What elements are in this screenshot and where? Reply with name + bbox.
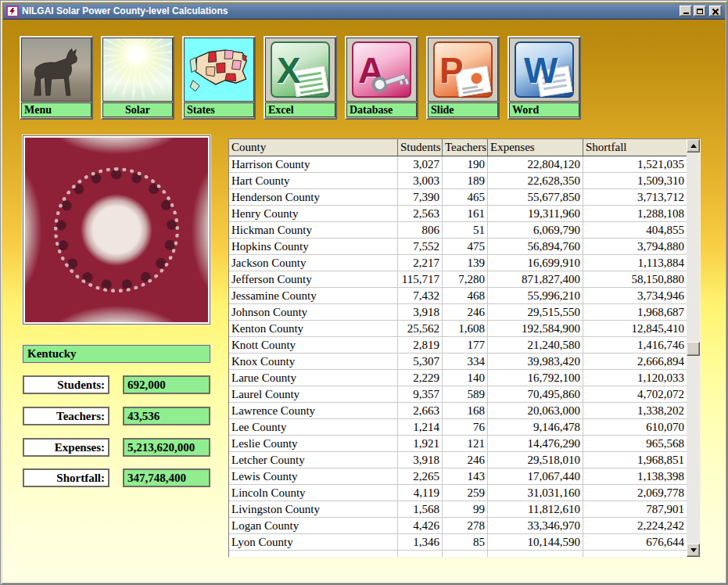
cell-teachers: 334: [443, 354, 488, 370]
scroll-down-button[interactable]: [687, 544, 700, 557]
table-row[interactable]: Knott County2,81917721,240,5801,416,746: [229, 337, 687, 354]
table-row[interactable]: Letcher County3,91824629,518,0101,968,85…: [229, 452, 687, 468]
cell-county: Hopkins County: [229, 239, 398, 255]
cell-county: Lawrence County: [229, 403, 398, 419]
table-row[interactable]: Livingston County1,5689911,812,610787,90…: [229, 501, 687, 518]
nilgai-photo-icon: [21, 38, 91, 102]
table-row[interactable]: Kenton County25,5621,608192,584,90012,84…: [229, 321, 687, 337]
cell-students: 7,432: [398, 288, 443, 304]
cell-expenses: 39,983,420: [488, 354, 583, 370]
cell-shortfall: 1,416,746: [583, 337, 687, 354]
cell-teachers: 177: [443, 337, 488, 354]
cell-teachers: 85: [443, 534, 488, 551]
table-row[interactable]: Johnson County3,91824629,515,5501,968,68…: [229, 304, 687, 321]
cell-teachers: 189: [443, 173, 488, 189]
table-row[interactable]: Hickman County806516,069,790404,855: [229, 222, 687, 239]
cell-students: 806: [398, 222, 443, 239]
maximize-icon: [697, 9, 703, 14]
table-row[interactable]: Lincoln County4,11925931,031,1602,069,77…: [229, 485, 687, 501]
table-row[interactable]: Knox County5,30733439,983,4202,666,894: [229, 354, 687, 370]
cell-county: Knott County: [229, 337, 398, 354]
table-row[interactable]: Hart County3,00318922,628,3501,509,310: [229, 173, 687, 189]
column-header-expenses[interactable]: Expenses: [488, 139, 583, 156]
excel-button[interactable]: X Excel: [264, 36, 337, 120]
cell-shortfall: 12,845,410: [583, 321, 687, 337]
states-button[interactable]: States: [182, 36, 256, 120]
table-row[interactable]: Larue County2,22914016,792,1001,120,033: [229, 370, 687, 386]
table-row[interactable]: Jefferson County115,7177,280871,827,4005…: [229, 271, 687, 288]
excel-logo-icon: X: [265, 38, 335, 102]
table-row[interactable]: Lyon County1,3468510,144,590676,644: [229, 534, 687, 551]
cell-shortfall: 965,568: [583, 436, 687, 452]
cell-county: Laurel County: [229, 386, 398, 403]
cell-shortfall: [583, 551, 687, 557]
cell-shortfall: 3,713,712: [583, 189, 687, 206]
scroll-up-button[interactable]: [687, 139, 700, 153]
table-row[interactable]: Jackson County2,21713916,699,9101,113,88…: [229, 255, 687, 271]
column-header-county[interactable]: County: [229, 139, 398, 156]
students-value-field[interactable]: 692,000: [123, 375, 210, 394]
arrow-up-icon: [690, 144, 697, 148]
database-button[interactable]: A Database: [345, 36, 418, 120]
cell-county: Livingston County: [229, 501, 398, 518]
table-row[interactable]: Logan County4,42627833,346,9702,224,242: [229, 518, 687, 534]
solar-button[interactable]: Solar: [101, 36, 174, 120]
shortfall-label: Shortfall:: [23, 468, 109, 487]
menu-button[interactable]: Menu: [20, 36, 93, 120]
column-header-shortfall[interactable]: Shortfall: [583, 139, 687, 156]
maximize-button[interactable]: [694, 5, 706, 16]
table-row[interactable]: Hopkins County7,55247556,894,7603,794,88…: [229, 239, 687, 255]
cell-shortfall: 58,150,880: [583, 271, 687, 288]
teachers-value-field[interactable]: 43,536: [123, 407, 210, 425]
cell-shortfall: 1,288,108: [583, 206, 687, 222]
cell-county: Lee County: [229, 419, 398, 436]
app-icon: [6, 5, 19, 17]
minimize-button[interactable]: [680, 5, 692, 16]
close-button[interactable]: [709, 5, 722, 16]
word-logo-icon: W: [509, 38, 579, 102]
cell-students: 2,663: [398, 403, 443, 419]
cell-expenses: 29,518,010: [488, 452, 583, 468]
table-row[interactable]: Leslie County1,92112114,476,290965,568: [229, 436, 687, 452]
table-row[interactable]: Jessamine County7,43246855,996,2103,734,…: [229, 288, 687, 304]
cell-teachers: 475: [443, 239, 488, 255]
table-row[interactable]: Laurel County9,35758970,495,8604,702,072: [229, 386, 687, 403]
cell-expenses: 871,827,400: [488, 271, 583, 288]
cell-students: 2,217: [398, 255, 443, 271]
cell-teachers: 468: [443, 288, 488, 304]
fractal-picture-frame: [23, 135, 210, 325]
scrollbar-thumb[interactable]: [687, 342, 700, 356]
slide-button[interactable]: P Slide: [426, 36, 500, 120]
table-row[interactable]: Lawrence County2,66316820,063,0001,338,2…: [229, 403, 687, 419]
table-row[interactable]: Lee County1,214769,146,478610,070: [229, 419, 687, 436]
cell-teachers: 7,280: [443, 271, 488, 288]
cell-expenses: 22,628,350: [488, 173, 583, 189]
column-header-students[interactable]: Students: [398, 139, 443, 156]
teachers-label: Teachers:: [23, 407, 109, 425]
cell-students: 2,563: [398, 206, 443, 222]
cell-expenses: 55,996,210: [488, 288, 583, 304]
cell-teachers: 143: [443, 468, 488, 485]
cell-teachers: 278: [443, 518, 488, 534]
vertical-scrollbar[interactable]: [687, 139, 700, 557]
table-row[interactable]: Henry County2,56316119,311,9601,288,108: [229, 206, 687, 222]
cell-teachers: 246: [443, 452, 488, 468]
table-row[interactable]: Henderson County7,39046555,677,8503,713,…: [229, 189, 687, 206]
cell-expenses: 33,346,970: [488, 518, 583, 534]
table-body: Harrison County3,02719022,804,1201,521,0…: [229, 156, 687, 557]
cell-teachers: 99: [443, 501, 488, 518]
column-header-teachers[interactable]: Teachers: [443, 139, 488, 156]
cell-students: 25,562: [398, 321, 443, 337]
table-row[interactable]: Lewis County2,26514317,067,4401,138,398: [229, 468, 687, 485]
shortfall-value-field[interactable]: 347,748,400: [123, 468, 210, 487]
expenses-value-field[interactable]: 5,213,620,000: [123, 438, 210, 457]
cell-teachers: 589: [443, 386, 488, 403]
cell-teachers: 1,608: [443, 321, 488, 337]
cell-shortfall: 1,509,310: [583, 173, 687, 189]
title-bar[interactable]: NILGAI Solar Power County-level Calculat…: [3, 3, 725, 20]
cell-teachers: 51: [443, 222, 488, 239]
word-button[interactable]: W Word: [507, 36, 581, 120]
table-row[interactable]: [229, 551, 687, 557]
cell-students: 1,346: [398, 534, 443, 551]
table-row[interactable]: Harrison County3,02719022,804,1201,521,0…: [229, 156, 687, 173]
